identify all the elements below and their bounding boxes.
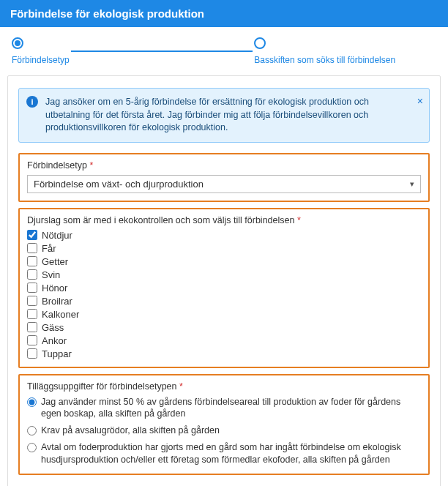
tillaggs-label-text: Tilläggsuppgifter för förbindelsetypen	[27, 381, 177, 392]
djurslag-item-label: Ankor	[42, 335, 67, 346]
form-card: i Jag ansöker om en 5-årig förbindelse f…	[7, 75, 441, 486]
required-mark: *	[297, 215, 301, 225]
djurslag-checkbox[interactable]	[27, 256, 37, 266]
djurslag-checkbox[interactable]	[27, 283, 37, 293]
step-2-circle[interactable]	[254, 37, 266, 49]
djurslag-list: NötdjurFårGetterSvinHönorBroilrarKalkone…	[27, 230, 421, 359]
tillaggs-option-label: Krav på avsalugrödor, alla skiften på gå…	[41, 425, 220, 437]
djurslag-item-label: Broilrar	[42, 296, 72, 307]
step-1-circle[interactable]	[12, 37, 23, 49]
stepper-track	[71, 51, 253, 52]
djurslag-checkbox[interactable]	[27, 322, 37, 332]
page-header: Förbindelse för ekologisk produktion	[0, 0, 448, 27]
djurslag-item[interactable]: Getter	[27, 256, 421, 267]
page-title: Förbindelse för ekologisk produktion	[10, 7, 204, 20]
tillaggs-option[interactable]: Avtal om foderproduktion har gjorts med …	[27, 441, 421, 466]
required-mark: *	[179, 381, 183, 392]
section-forbindelsetyp: Förbindelsetyp * Förbindelse om växt- oc…	[18, 153, 430, 202]
section-djurslag: Djurslag som är med i ekokontrollen och …	[18, 208, 430, 368]
tillaggs-option-label: Jag använder minst 50 % av gårdens förbi…	[41, 396, 421, 421]
djurslag-item-label: Nötdjur	[42, 230, 72, 241]
djurslag-checkbox[interactable]	[27, 296, 37, 306]
forbindelsetyp-select[interactable]: Förbindelse om växt- och djurproduktion …	[27, 175, 421, 193]
section-tillaggs: Tilläggsuppgifter för förbindelsetypen *…	[18, 374, 430, 475]
djurslag-checkbox[interactable]	[27, 348, 37, 359]
djurslag-item-label: Getter	[42, 256, 68, 267]
djurslag-checkbox[interactable]	[27, 269, 37, 280]
info-text: Jag ansöker om en 5-årig förbindelse för…	[45, 97, 369, 132]
djurslag-item-label: Får	[42, 243, 56, 254]
djurslag-item[interactable]: Ankor	[27, 335, 421, 346]
djurslag-item-label: Hönor	[42, 283, 67, 294]
djurslag-item[interactable]: Hönor	[27, 283, 421, 294]
djurslag-label-text: Djurslag som är med i ekokontrollen och …	[27, 215, 294, 225]
step-2-label: Basskiften som söks till förbindelsen	[254, 55, 395, 65]
tillaggs-option[interactable]: Jag använder minst 50 % av gårdens förbi…	[27, 396, 421, 421]
tillaggs-radio[interactable]	[27, 443, 37, 452]
djurslag-item[interactable]: Får	[27, 243, 421, 254]
tillaggs-list: Jag använder minst 50 % av gårdens förbi…	[27, 396, 421, 466]
tillaggs-radio[interactable]	[27, 397, 37, 407]
djurslag-item-label: Kalkoner	[42, 309, 79, 320]
djurslag-item-label: Tuppar	[42, 348, 72, 359]
forbindelsetyp-value: Förbindelse om växt- och djurproduktion	[34, 179, 204, 190]
djurslag-item-label: Svin	[42, 269, 60, 280]
forbindelsetyp-label-text: Förbindelsetyp	[27, 160, 87, 171]
step-1-label: Förbindelsetyp	[12, 55, 70, 65]
tillaggs-option-label: Avtal om foderproduktion har gjorts med …	[41, 441, 421, 466]
djurslag-checkbox[interactable]	[27, 309, 37, 319]
djurslag-checkbox[interactable]	[27, 230, 37, 240]
info-box: i Jag ansöker om en 5-årig förbindelse f…	[18, 88, 430, 143]
required-mark: *	[89, 160, 93, 171]
djurslag-label: Djurslag som är med i ekokontrollen och …	[27, 215, 421, 225]
tillaggs-option[interactable]: Krav på avsalugrödor, alla skiften på gå…	[27, 425, 421, 437]
tillaggs-label: Tilläggsuppgifter för förbindelsetypen *	[27, 381, 421, 392]
djurslag-item[interactable]: Svin	[27, 269, 421, 280]
info-icon: i	[26, 96, 38, 108]
djurslag-checkbox[interactable]	[27, 335, 37, 345]
djurslag-checkbox[interactable]	[27, 243, 37, 253]
forbindelsetyp-label: Förbindelsetyp *	[27, 160, 421, 171]
tillaggs-radio[interactable]	[27, 426, 37, 435]
djurslag-item[interactable]: Broilrar	[27, 296, 421, 307]
djurslag-item[interactable]: Tuppar	[27, 348, 421, 359]
djurslag-item[interactable]: Nötdjur	[27, 230, 421, 241]
djurslag-item[interactable]: Kalkoner	[27, 309, 421, 320]
djurslag-item-label: Gäss	[42, 322, 64, 333]
djurslag-item[interactable]: Gäss	[27, 322, 421, 333]
chevron-down-icon: ▾	[410, 179, 414, 189]
stepper: Förbindelsetyp Basskiften som söks till …	[0, 27, 448, 72]
close-icon[interactable]: ×	[417, 94, 423, 109]
